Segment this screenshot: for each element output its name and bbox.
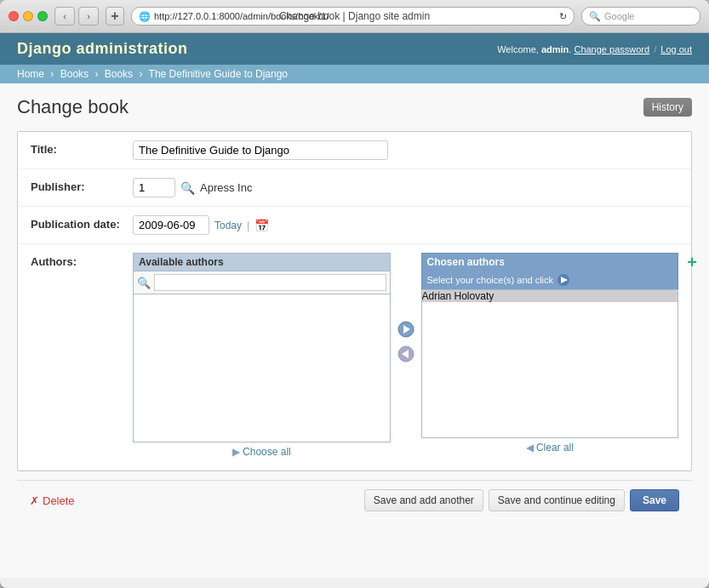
breadcrumb-books-app[interactable]: Books [60, 68, 89, 80]
save-add-another-button[interactable]: Save and add another [364, 489, 483, 511]
logout-link[interactable]: Log out [660, 44, 692, 54]
available-authors-select[interactable] [134, 294, 390, 442]
save-continue-button[interactable]: Save and continue editing [489, 489, 625, 511]
back-button[interactable]: ‹ [54, 7, 75, 26]
today-link[interactable]: Today [214, 220, 242, 231]
clear-all-link[interactable]: Clear all [536, 442, 574, 454]
author-search-row: 🔍 [133, 271, 391, 294]
title-label: Title: [31, 140, 133, 156]
breadcrumb-home[interactable]: Home [17, 68, 44, 80]
admin-site-title: Django administration [17, 40, 188, 58]
search-bar[interactable]: 🔍 Google [581, 7, 700, 26]
transfer-right-button[interactable] [397, 321, 415, 340]
publisher-field: 🔍 Apress Inc [133, 178, 678, 197]
browser-window: ‹ › + 🌐 http://127.0.0.1:8000/admin/book… [0, 0, 709, 588]
publisher-label: Publisher: [31, 178, 133, 193]
pub-date-label: Publication date: [31, 215, 133, 231]
url-text: http://127.0.0.1:8000/admin/books/book/1… [154, 11, 329, 21]
title-input[interactable] [133, 140, 388, 160]
available-authors-list[interactable] [133, 294, 391, 442]
main-content: Change book History Title: Publisher: [0, 83, 709, 533]
user-info: Welcome, admin. Change password / Log ou… [497, 44, 692, 54]
close-button[interactable] [9, 11, 19, 21]
action-buttons: Save and add another Save and continue e… [364, 489, 679, 511]
chosen-authors-container: Chosen authors Select your choice(s) and… [421, 253, 679, 457]
breadcrumb: Home › Books › Books › The Definitive Gu… [0, 65, 709, 83]
author-search-input[interactable] [154, 274, 386, 291]
title-field [133, 140, 678, 160]
new-tab-button[interactable]: + [106, 7, 124, 26]
search-icon: 🔍 [589, 11, 601, 22]
url-bar[interactable]: 🌐 http://127.0.0.1:8000/admin/books/book… [131, 7, 575, 26]
authors-field: Available authors 🔍 ▶ [133, 253, 678, 461]
transfer-buttons [397, 253, 415, 365]
publisher-search-button[interactable]: 🔍 [180, 181, 195, 195]
page-header: Change book History [17, 96, 692, 118]
publisher-row: Publisher: 🔍 Apress Inc [18, 169, 691, 207]
breadcrumb-current: The Definitive Guide to Django [149, 68, 288, 80]
publisher-row-inner: 🔍 Apress Inc [133, 178, 678, 197]
publisher-id-input[interactable] [133, 178, 175, 197]
admin-header: Django administration Welcome, admin. Ch… [0, 33, 709, 65]
clear-all-row: ◀ Clear all [421, 438, 679, 457]
chosen-hint-row: Select your choice(s) and click [421, 271, 679, 289]
breadcrumb-books-model[interactable]: Books [105, 68, 133, 80]
available-authors-header: Available authors [133, 253, 391, 271]
clear-all-icon: ◀ [526, 442, 534, 454]
url-icon: 🌐 [139, 11, 151, 22]
maximize-button[interactable] [37, 11, 48, 21]
form-container: Title: Publisher: 🔍 Apress Inc [17, 131, 692, 471]
choose-all-row: ▶ Choose all [133, 442, 391, 461]
browser-titlebar: ‹ › + 🌐 http://127.0.0.1:8000/admin/book… [0, 0, 709, 33]
minimize-button[interactable] [23, 11, 33, 21]
username: admin [541, 44, 569, 54]
delete-link[interactable]: ✗ Delete [30, 494, 75, 507]
choose-all-link[interactable]: Choose all [243, 446, 291, 458]
available-authors-container: Available authors 🔍 ▶ [133, 253, 391, 461]
change-password-link[interactable]: Change password [574, 44, 649, 54]
delete-icon: ✗ [30, 494, 39, 507]
add-another-author-button[interactable]: + [687, 253, 697, 272]
history-button[interactable]: History [643, 98, 692, 117]
chosen-hint-icon [557, 273, 570, 287]
authors-widget: Available authors 🔍 ▶ [133, 253, 678, 461]
calendar-button[interactable]: 📅 [254, 219, 269, 232]
page-content: Django administration Welcome, admin. Ch… [0, 33, 709, 578]
search-placeholder: Google [604, 11, 634, 21]
title-row: Title: [18, 132, 691, 169]
browser-controls [9, 11, 48, 21]
welcome-text: Welcome, [497, 44, 539, 54]
refresh-icon[interactable]: ↻ [559, 11, 567, 22]
choose-all-icon: ▶ [232, 446, 240, 458]
delete-label: Delete [43, 494, 75, 507]
save-button[interactable]: Save [630, 489, 679, 511]
authors-row: Authors: Available authors 🔍 [18, 244, 691, 471]
pub-date-field: Today | 📅 [133, 215, 678, 235]
transfer-left-button[interactable] [397, 345, 415, 365]
chosen-authors-list[interactable]: Adrian Holovaty [421, 289, 679, 438]
chosen-hint-text: Select your choice(s) and click [427, 275, 554, 285]
authors-label: Authors: [31, 253, 133, 268]
chosen-authors-header: Chosen authors [421, 253, 679, 271]
pub-date-input[interactable] [133, 215, 209, 235]
forward-button[interactable]: › [78, 7, 99, 26]
pub-date-row: Publication date: Today | 📅 [18, 207, 691, 244]
date-row: Today | 📅 [133, 215, 678, 235]
chosen-authors-select[interactable]: Adrian Holovaty [422, 290, 678, 437]
search-icon: 🔍 [137, 277, 151, 289]
page-title: Change book [17, 96, 129, 118]
browser-nav: ‹ › [54, 7, 99, 26]
publisher-name: Apress Inc [200, 181, 252, 194]
submit-row: ✗ Delete Save and add another Save and c… [17, 480, 692, 520]
